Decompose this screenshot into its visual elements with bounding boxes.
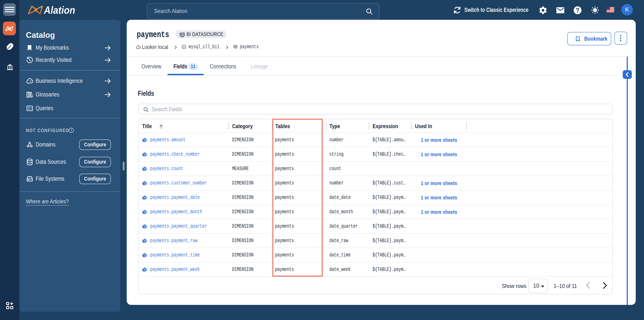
svg-text:Alation: Alation (44, 4, 75, 16)
